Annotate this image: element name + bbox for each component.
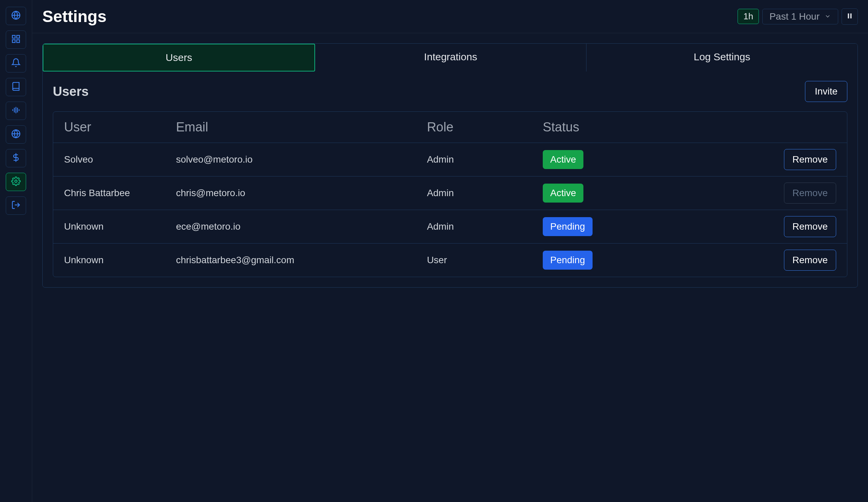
table-row: Solveosolveo@metoro.ioAdminActiveRemove (53, 143, 847, 177)
sidebar-item-dashboard[interactable] (6, 31, 26, 49)
cell-role: Admin (427, 221, 543, 232)
svg-rect-3 (17, 35, 19, 38)
bell-icon (11, 58, 21, 69)
header: Settings 1h Past 1 Hour (32, 0, 868, 33)
sidebar-item-dollar[interactable] (6, 149, 26, 167)
time-range-select[interactable]: Past 1 Hour (762, 9, 838, 24)
sidebar-item-bell[interactable] (6, 54, 26, 73)
header-user: User (64, 120, 176, 135)
page-title: Settings (42, 7, 106, 26)
cell-role: Admin (427, 188, 543, 199)
sidebar-item-logout[interactable] (6, 197, 26, 215)
remove-button: Remove (784, 182, 836, 203)
cell-user: Unknown (64, 221, 176, 232)
remove-button[interactable]: Remove (784, 250, 836, 271)
cell-email: ece@metoro.io (176, 221, 427, 232)
header-role: Role (427, 120, 543, 135)
users-table: User Email Role Status Solveosolveo@meto… (53, 112, 847, 277)
svg-rect-17 (850, 13, 852, 18)
svg-rect-2 (12, 35, 15, 38)
time-chip[interactable]: 1h (737, 9, 759, 24)
sidebar-item-globe2[interactable] (6, 125, 26, 144)
sidebar-item-settings[interactable] (6, 173, 26, 191)
cell-user: Unknown (64, 255, 176, 265)
tab-users[interactable]: Users (43, 44, 315, 72)
tab-log-settings[interactable]: Log Settings (587, 44, 858, 72)
dollar-icon (11, 153, 21, 164)
svg-rect-5 (12, 40, 15, 42)
remove-button[interactable]: Remove (784, 149, 836, 170)
sidebar (0, 0, 32, 502)
status-badge: Active (543, 150, 583, 169)
cell-status: Pending (543, 217, 713, 236)
panel-title: Users (53, 84, 89, 99)
header-email: Email (176, 120, 427, 135)
time-range-label: Past 1 Hour (769, 11, 819, 22)
svg-point-14 (15, 180, 17, 182)
book-icon (11, 82, 21, 93)
sidebar-item-audio[interactable] (6, 102, 26, 120)
cell-role: Admin (427, 154, 543, 165)
cell-action: Remove (713, 182, 836, 203)
dashboard-icon (11, 34, 21, 45)
invite-button[interactable]: Invite (805, 81, 847, 102)
gear-icon (11, 177, 21, 187)
cell-status: Active (543, 150, 713, 169)
cell-status: Active (543, 184, 713, 202)
cell-action: Remove (713, 149, 836, 170)
cell-email: chrisbattarbee3@gmail.com (176, 255, 427, 265)
cell-role: User (427, 255, 543, 265)
cell-email: solveo@metoro.io (176, 154, 427, 165)
logout-icon (11, 200, 21, 211)
pause-button[interactable] (841, 9, 858, 25)
sidebar-item-globe[interactable] (6, 7, 26, 25)
cell-user: Solveo (64, 154, 176, 165)
cell-email: chris@metoro.io (176, 188, 427, 199)
globe-icon (11, 129, 21, 140)
settings-panel: Users Integrations Log Settings Users In… (42, 43, 858, 287)
cell-action: Remove (713, 250, 836, 271)
cell-status: Pending (543, 251, 713, 270)
status-badge: Pending (543, 217, 592, 236)
tabs: Users Integrations Log Settings (43, 44, 858, 72)
svg-rect-4 (17, 40, 19, 42)
status-badge: Pending (543, 251, 592, 270)
cell-user: Chris Battarbee (64, 188, 176, 199)
table-row: Unknownchrisbattarbee3@gmail.comUserPend… (53, 243, 847, 277)
pause-icon (846, 12, 854, 21)
table-row: Chris Battarbeechris@metoro.ioAdminActiv… (53, 177, 847, 210)
tab-integrations[interactable]: Integrations (315, 44, 587, 72)
sidebar-item-book[interactable] (6, 78, 26, 96)
audio-icon (11, 105, 21, 116)
chevron-down-icon (824, 11, 831, 22)
remove-button[interactable]: Remove (784, 216, 836, 237)
table-header: User Email Role Status (53, 112, 847, 143)
svg-rect-16 (848, 13, 849, 18)
cell-action: Remove (713, 216, 836, 237)
header-status: Status (543, 120, 713, 135)
status-badge: Active (543, 184, 583, 202)
table-row: Unknownece@metoro.ioAdminPendingRemove (53, 210, 847, 243)
globe-icon (11, 10, 21, 21)
